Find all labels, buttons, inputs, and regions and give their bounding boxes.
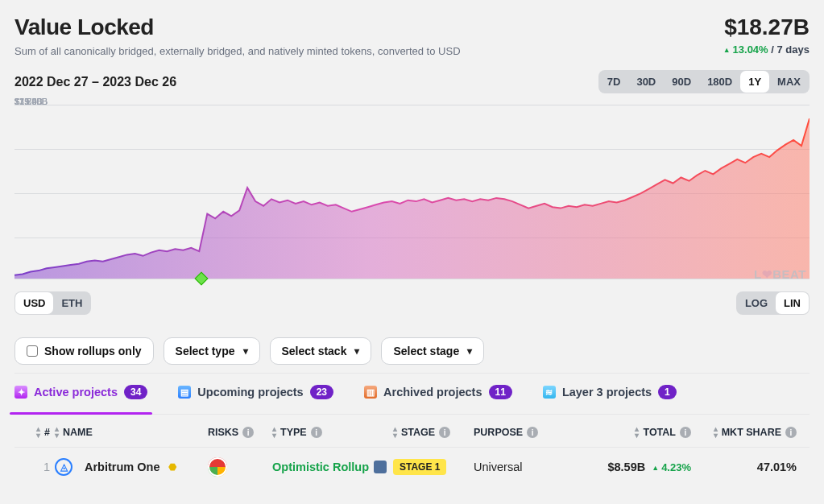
range-180d-button[interactable]: 180D: [699, 71, 740, 93]
watermark: L❤BEAT: [754, 267, 806, 282]
search-icon: ✦: [14, 386, 27, 399]
total-value: $18.27B: [723, 14, 810, 40]
change-period: 7 days: [777, 43, 810, 56]
range-max-button[interactable]: MAX: [769, 71, 809, 93]
project-logo-icon: ◬: [55, 458, 72, 476]
layers-icon: ≋: [543, 386, 556, 399]
scale-log-button[interactable]: LOG: [737, 292, 776, 314]
info-icon[interactable]: i: [680, 427, 691, 438]
col-index[interactable]: ▴▾ #: [19, 426, 55, 439]
shield-icon: ⬣: [168, 461, 176, 473]
time-range-group: 7D 30D 90D 180D 1Y MAX: [598, 70, 810, 93]
info-icon[interactable]: i: [785, 427, 797, 438]
project-type-link[interactable]: Optimistic Rollup: [272, 461, 387, 473]
col-type[interactable]: ▴▾ TYPE i: [272, 426, 393, 439]
col-name[interactable]: ▴▾ NAME: [55, 426, 208, 439]
col-stage[interactable]: ▴▾ STAGE i: [393, 426, 474, 439]
currency-eth-button[interactable]: ETH: [53, 292, 90, 314]
risk-rosette-icon[interactable]: [208, 457, 227, 477]
scale-lin-button[interactable]: LIN: [776, 292, 809, 314]
currency-usd-button[interactable]: USD: [15, 292, 53, 314]
change-separator: /: [771, 43, 776, 56]
info-icon[interactable]: i: [527, 427, 538, 438]
tech-icon: [374, 461, 387, 473]
stage-badge: STAGE 1: [393, 459, 446, 475]
tab-count-badge: 1: [658, 385, 677, 399]
show-rollups-only-toggle[interactable]: Show rollups only: [14, 337, 154, 365]
info-icon[interactable]: i: [242, 427, 254, 438]
tab-count-badge: 34: [124, 385, 147, 399]
calendar-icon: ▤: [178, 386, 191, 399]
page-title: Value Locked: [14, 14, 461, 40]
tab-active-projects[interactable]: ✦ Active projects 34: [14, 385, 147, 407]
select-type-dropdown[interactable]: Select type: [164, 337, 260, 365]
range-1y-button[interactable]: 1Y: [740, 71, 769, 93]
checkbox-icon: [27, 345, 38, 357]
project-total: $8.59B: [607, 461, 645, 473]
tab-label: Upcoming projects: [197, 386, 303, 399]
project-purpose: Universal: [474, 461, 562, 473]
project-change: 4.23%: [652, 461, 691, 473]
show-rollups-label: Show rollups only: [44, 345, 142, 357]
change-percent: 13.04%: [723, 43, 768, 56]
table-row[interactable]: 1 ◬ Arbitrum One ⬣ Optimistic Rollup STA…: [14, 448, 810, 486]
page-subtitle: Sum of all canonically bridged, external…: [14, 45, 461, 57]
range-90d-button[interactable]: 90D: [664, 71, 699, 93]
range-30d-button[interactable]: 30D: [628, 71, 664, 93]
date-range: 2022 Dec 27 – 2023 Dec 26: [14, 75, 176, 89]
select-stack-dropdown[interactable]: Select stack: [270, 337, 372, 365]
info-icon[interactable]: i: [311, 427, 322, 438]
range-7d-button[interactable]: 7D: [599, 71, 629, 93]
col-mktshare[interactable]: ▴▾ MKT SHARE i: [691, 426, 805, 439]
currency-toggle: USD ETH: [14, 291, 91, 315]
archive-icon: ▥: [364, 386, 377, 399]
tvl-chart[interactable]: $19.40B $15.50B $11.60B $7.70B $3.80B: [14, 101, 810, 287]
info-icon[interactable]: i: [439, 427, 450, 438]
col-total[interactable]: ▴▾ TOTAL i: [562, 426, 691, 439]
scale-toggle: LOG LIN: [736, 291, 810, 315]
tab-count-badge: 23: [310, 385, 333, 399]
col-risks: RISKS i: [208, 427, 272, 438]
project-mktshare: 47.01%: [691, 461, 805, 473]
chart-svg: [14, 101, 810, 279]
tab-label: Archived projects: [383, 386, 482, 399]
tab-label: Active projects: [34, 386, 118, 399]
row-index: 1: [19, 461, 55, 473]
table-header: ▴▾ # ▴▾ NAME RISKS i ▴▾ TYPE i ▴▾ STAGE …: [14, 426, 810, 448]
tab-archived-projects[interactable]: ▥ Archived projects 11: [364, 385, 512, 407]
tab-count-badge: 11: [489, 385, 512, 399]
tab-layer3-projects[interactable]: ≋ Layer 3 projects 1: [543, 385, 677, 407]
col-purpose: PURPOSE i: [474, 427, 562, 438]
tab-upcoming-projects[interactable]: ▤ Upcoming projects 23: [178, 385, 333, 407]
project-name[interactable]: Arbitrum One: [85, 461, 159, 473]
select-stage-dropdown[interactable]: Select stage: [381, 337, 484, 365]
tab-label: Layer 3 projects: [562, 386, 652, 399]
